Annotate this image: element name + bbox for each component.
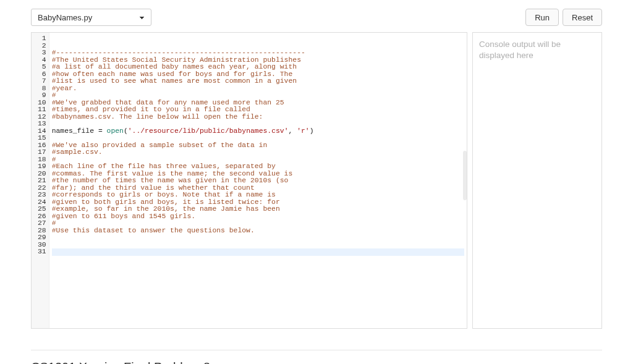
line-number-gutter: 1234567891011121314151617181920212223242… xyxy=(32,33,49,328)
code-line[interactable]: #given to 611 boys and 1545 girls. xyxy=(52,213,464,221)
scrollbar-thumb[interactable] xyxy=(463,151,467,200)
editor-pane[interactable]: 1234567891011121314151617181920212223242… xyxy=(31,32,467,329)
line-number: 13 xyxy=(38,121,46,128)
code-line[interactable]: names_file = open('../resource/lib/publi… xyxy=(52,128,464,135)
code-line[interactable] xyxy=(52,234,464,242)
line-number: 15 xyxy=(38,135,46,142)
code-line[interactable] xyxy=(52,242,464,249)
file-select[interactable]: BabyNames.py xyxy=(31,9,151,26)
editor-scrollbar[interactable] xyxy=(463,33,467,328)
reset-button[interactable]: Reset xyxy=(563,9,602,26)
code-editor[interactable]: #---------------------------------------… xyxy=(49,33,467,328)
run-button[interactable]: Run xyxy=(525,9,559,26)
code-line[interactable]: #We've also provided a sample subset of … xyxy=(52,142,464,150)
line-number: 17 xyxy=(38,149,46,156)
console-placeholder: Console output will be displayed here xyxy=(479,40,561,60)
line-number: 27 xyxy=(38,220,46,227)
line-number: 25 xyxy=(38,206,46,213)
toolbar: BabyNames.py Run Reset xyxy=(31,9,602,26)
line-number: 19 xyxy=(38,163,46,171)
line-number: 7 xyxy=(38,78,46,85)
line-number: 21 xyxy=(38,177,46,185)
console-pane: Console output will be displayed here xyxy=(472,32,602,329)
code-line[interactable]: #year. xyxy=(52,85,464,93)
line-number: 29 xyxy=(38,234,46,242)
code-line[interactable]: #Use this dataset to answer the question… xyxy=(52,227,464,235)
code-line[interactable]: #list is used to see what names are most… xyxy=(52,78,464,85)
workspace: 1234567891011121314151617181920212223242… xyxy=(31,32,602,329)
code-line[interactable] xyxy=(52,248,464,256)
button-group: Run Reset xyxy=(525,9,602,26)
code-line[interactable] xyxy=(52,263,464,270)
problem-title: CS1301 Xseries Final Problem 8 xyxy=(31,350,602,364)
code-line[interactable]: #sample.csv. xyxy=(52,149,464,156)
line-number: 3 xyxy=(38,49,46,57)
code-line[interactable]: #babynames.csv. The line below will open… xyxy=(52,114,464,121)
code-line[interactable] xyxy=(52,256,464,263)
line-number: 23 xyxy=(38,192,46,199)
line-number: 31 xyxy=(38,248,46,256)
line-number: 1 xyxy=(38,35,46,43)
line-number: 5 xyxy=(38,64,46,71)
line-number: 11 xyxy=(38,106,46,114)
line-number: 9 xyxy=(38,92,46,99)
